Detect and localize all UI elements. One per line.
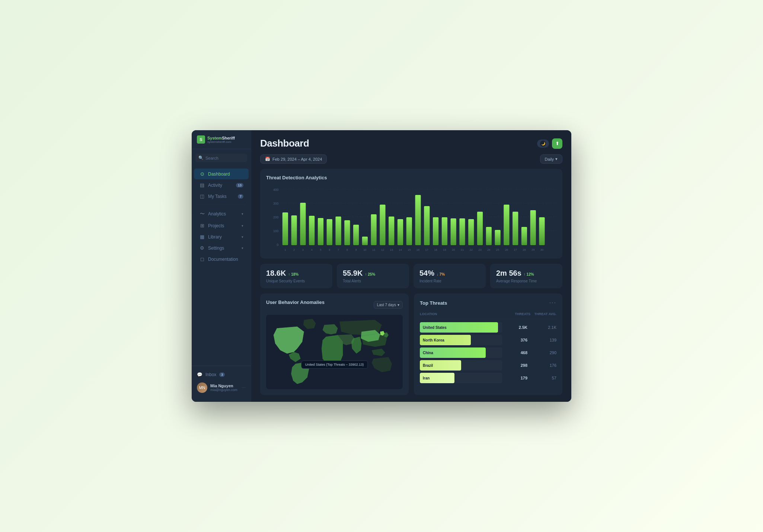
threats-header: Top Threats ··· [420,299,556,306]
interval-selector[interactable]: Daily ▾ [540,154,562,164]
stat-value-incident: 54% [419,269,434,278]
chevron-down-icon: ▾ [398,303,399,307]
svg-rect-22 [398,219,403,245]
table-row: United States 2.5K 2.1K [420,322,556,333]
threat-bar-br: Brazil [420,360,502,371]
settings-icon: ⚙ [199,245,205,251]
threats-card: Top Threats ··· Location Threats Threat … [414,294,562,395]
stat-value-security: 18.6K [266,269,286,278]
sidebar-label-activity: Activity [208,183,233,188]
sidebar-label-projects: Projects [208,223,239,228]
calendar-icon: 📅 [265,157,270,161]
threat-count-br: 298 [505,363,527,368]
table-row: Iran 179 57 [420,373,556,383]
svg-text:20: 20 [452,248,455,251]
stat-change-incident: ↓ 7% [437,272,445,276]
svg-text:0: 0 [277,243,279,247]
svg-rect-30 [468,219,474,245]
sidebar-item-my-tasks[interactable]: ◫ My Tasks 7 [194,191,249,202]
svg-text:5: 5 [320,248,322,251]
projects-arrow-icon: ▾ [242,224,243,228]
svg-text:3: 3 [302,248,304,251]
svg-text:24: 24 [487,248,491,251]
threat-avg-nk: 139 [530,338,556,342]
dashboard-icon: ⊙ [199,171,205,177]
svg-rect-10 [291,215,297,245]
svg-text:30: 30 [540,248,544,251]
sidebar-item-documentation[interactable]: ◻ Documentation [194,254,249,265]
stat-change-alerts: ↑ 25% [365,272,375,276]
svg-rect-35 [513,212,518,245]
stat-card-incident-rate: 54% ↓ 7% Incident Rate [414,264,486,288]
app-name: SystemSheriff [207,136,235,140]
svg-text:25: 25 [496,248,499,251]
threat-count-nk: 376 [505,338,527,342]
svg-text:13: 13 [390,248,393,251]
settings-arrow-icon: ▾ [242,246,243,250]
svg-rect-23 [406,217,412,245]
stat-value-alerts: 55.9K [343,269,363,278]
threat-avg-us: 2.1K [530,325,556,330]
threats-table-header: Location Threats Threat Avg. [420,311,556,319]
date-range-picker[interactable]: 📅 Feb 29, 2024 – Apr 4, 2024 [260,154,327,164]
svg-text:17: 17 [425,248,428,251]
export-button[interactable]: ⬆ [552,138,562,149]
svg-text:400: 400 [273,188,278,192]
svg-text:19: 19 [443,248,446,251]
sidebar-item-analytics[interactable]: 〜 Analytics ▾ [194,208,249,220]
svg-rect-27 [442,217,447,245]
stat-label-response: Average Response Time [496,279,556,283]
col-header-avg: Threat Avg. [530,312,556,316]
svg-rect-28 [451,218,456,245]
projects-icon: ⊞ [199,223,205,228]
col-header-location: Location [420,312,508,316]
sidebar-label-documentation: Documentation [208,257,243,262]
svg-text:21: 21 [461,248,464,251]
svg-text:8: 8 [347,248,348,251]
inbox-item[interactable]: 💬 Inbox 3 [197,370,246,379]
sidebar-bottom: 💬 Inbox 3 MN Mia Nguyen mia@nguyen.com ⋯ [192,366,251,397]
svg-rect-25 [424,206,430,245]
svg-rect-9 [282,212,288,245]
svg-text:23: 23 [478,248,481,251]
sidebar-item-dashboard[interactable]: ⊙ Dashboard [194,169,249,179]
svg-text:11: 11 [372,248,375,251]
tasks-icon: ◫ [199,193,205,199]
sidebar-label-analytics: Analytics [208,211,239,217]
time-filter-selector[interactable]: Last 7 days ▾ [374,301,403,309]
sidebar-item-projects[interactable]: ⊞ Projects ▾ [194,220,249,231]
search-bar[interactable]: 🔍 [195,154,247,162]
svg-rect-19 [371,214,377,245]
dark-mode-toggle[interactable]: 🌙 [537,140,549,148]
sidebar-item-library[interactable]: ▦ Library ▾ [194,231,249,242]
col-header-threats: Threats [508,312,530,316]
stat-label-incident: Incident Rate [419,279,480,283]
user-profile[interactable]: MN Mia Nguyen mia@nguyen.com ⋯ [197,379,246,393]
threat-bar-ir: Iran [420,373,502,383]
interval-label: Daily [545,157,554,161]
search-input[interactable] [205,156,244,160]
table-row: China 468 290 [420,347,556,358]
svg-rect-18 [362,237,368,245]
bottom-row: User Behavior Anomalies Last 7 days ▾ [260,294,562,395]
world-map: United States (Top Threats – 33902.13) [266,315,403,389]
more-options-button[interactable]: ··· [549,299,556,306]
sidebar-nav: ⊙ Dashboard ▤ Activity 13 ◫ My Tasks 7 〜… [192,167,251,366]
threats-title: Top Threats [420,300,447,306]
threat-bar-cn: China [420,347,502,358]
chart-svg: 400 300 200 100 0 [266,186,556,253]
svg-rect-17 [353,225,359,245]
sidebar-item-activity[interactable]: ▤ Activity 13 [194,180,249,190]
stat-value-response: 2m 56s [496,269,521,278]
sidebar-label-dashboard: Dashboard [208,172,243,177]
svg-text:22: 22 [470,248,473,251]
svg-rect-34 [504,205,509,245]
user-menu-icon: ⋯ [242,385,246,390]
svg-rect-14 [327,219,332,245]
app-logo[interactable]: S SystemSheriff systemsheriff.com [192,135,251,149]
sidebar-item-settings[interactable]: ⚙ Settings ▾ [194,243,249,253]
threat-count-ir: 179 [505,376,527,380]
svg-text:6: 6 [329,248,330,251]
threat-bar-nk: North Korea [420,335,502,345]
map-svg [266,315,403,389]
